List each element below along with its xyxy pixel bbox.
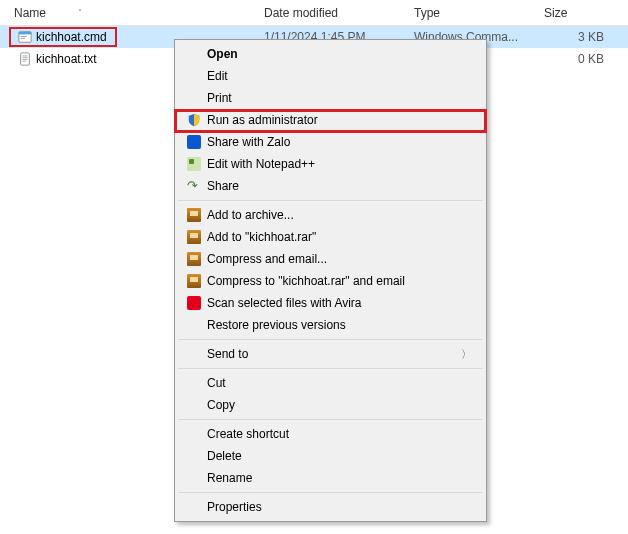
column-label-size: Size <box>544 6 567 20</box>
menu-scan-with-avira[interactable]: Scan selected files with Avira <box>177 292 484 314</box>
zalo-icon <box>185 134 203 150</box>
menu-copy[interactable]: Copy <box>177 394 484 416</box>
file-name: kichhoat.cmd <box>36 30 107 44</box>
menu-properties[interactable]: Properties <box>177 496 484 518</box>
menu-add-to-archive[interactable]: Add to archive... <box>177 204 484 226</box>
svg-rect-2 <box>21 36 27 37</box>
svg-rect-8 <box>22 61 26 62</box>
column-name[interactable]: Name ˄ <box>14 0 264 25</box>
column-size[interactable]: Size <box>544 0 628 25</box>
share-icon <box>185 178 203 194</box>
separator <box>178 419 483 420</box>
separator <box>178 339 483 340</box>
cmd-file-icon <box>18 30 32 44</box>
blank-icon <box>185 499 203 515</box>
sort-caret-icon: ˄ <box>78 8 82 17</box>
blank-icon <box>185 346 203 362</box>
blank-icon <box>185 375 203 391</box>
context-menu: Open Edit Print Run as administrator Sha… <box>174 39 487 522</box>
blank-icon <box>185 470 203 486</box>
menu-restore-previous-versions[interactable]: Restore previous versions <box>177 314 484 336</box>
menu-open[interactable]: Open <box>177 43 484 65</box>
file-name: kichhoat.txt <box>36 52 97 66</box>
menu-run-as-administrator[interactable]: Run as administrator <box>177 109 484 131</box>
rar-icon <box>185 207 203 223</box>
chevron-right-icon: 〉 <box>461 347 472 362</box>
svg-rect-6 <box>22 57 27 58</box>
menu-edit-with-notepadpp[interactable]: Edit with Notepad++ <box>177 153 484 175</box>
separator <box>178 200 483 201</box>
column-label-type: Type <box>414 6 440 20</box>
svg-rect-3 <box>21 38 25 39</box>
notepadpp-icon <box>185 156 203 172</box>
menu-cut[interactable]: Cut <box>177 372 484 394</box>
shield-icon <box>185 112 203 128</box>
column-label-name: Name <box>14 6 46 20</box>
blank-icon <box>185 90 203 106</box>
avira-icon <box>185 295 203 311</box>
separator <box>178 368 483 369</box>
file-size: 0 KB <box>544 52 628 66</box>
column-type[interactable]: Type <box>414 0 544 25</box>
menu-edit[interactable]: Edit <box>177 65 484 87</box>
blank-icon <box>185 397 203 413</box>
menu-add-to-kichhoat-rar[interactable]: Add to "kichhoat.rar" <box>177 226 484 248</box>
blank-icon <box>185 426 203 442</box>
svg-rect-1 <box>19 32 31 35</box>
svg-rect-7 <box>22 59 27 60</box>
svg-rect-5 <box>22 56 27 57</box>
menu-compress-and-email[interactable]: Compress and email... <box>177 248 484 270</box>
menu-create-shortcut[interactable]: Create shortcut <box>177 423 484 445</box>
menu-compress-kichhoat-and-email[interactable]: Compress to "kichhoat.rar" and email <box>177 270 484 292</box>
menu-share-with-zalo[interactable]: Share with Zalo <box>177 131 484 153</box>
separator <box>178 492 483 493</box>
column-label-date: Date modified <box>264 6 338 20</box>
column-header: Name ˄ Date modified Type Size <box>0 0 628 26</box>
menu-delete[interactable]: Delete <box>177 445 484 467</box>
column-date[interactable]: Date modified <box>264 0 414 25</box>
blank-icon <box>185 46 203 62</box>
menu-share[interactable]: Share <box>177 175 484 197</box>
menu-print[interactable]: Print <box>177 87 484 109</box>
rar-icon <box>185 273 203 289</box>
blank-icon <box>185 317 203 333</box>
file-size: 3 KB <box>544 30 628 44</box>
blank-icon <box>185 68 203 84</box>
menu-send-to[interactable]: Send to 〉 <box>177 343 484 365</box>
rar-icon <box>185 251 203 267</box>
txt-file-icon <box>18 52 32 66</box>
rar-icon <box>185 229 203 245</box>
blank-icon <box>185 448 203 464</box>
menu-rename[interactable]: Rename <box>177 467 484 489</box>
